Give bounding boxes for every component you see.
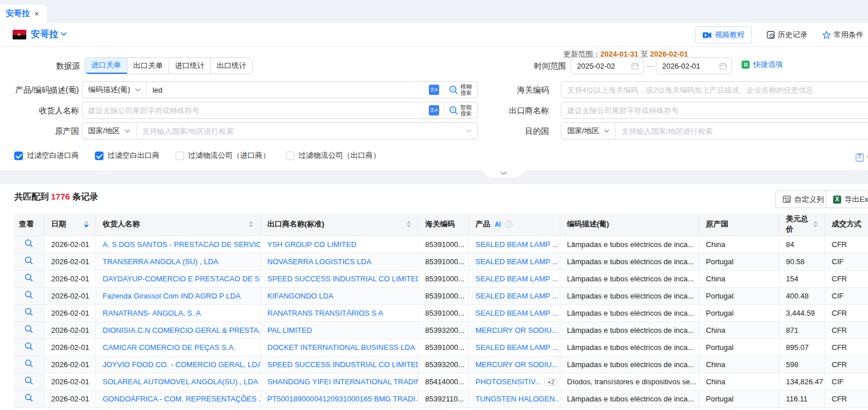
checkbox-icon[interactable] [176, 152, 184, 160]
checkbox-icon[interactable] [286, 152, 294, 160]
hs-code-label: 海关编码 [469, 81, 549, 98]
hs-code-input[interactable] [562, 82, 868, 98]
col-date[interactable]: 日期 [44, 213, 95, 236]
tab-title: 安哥拉 [6, 9, 30, 19]
chevron-down-icon[interactable] [61, 32, 67, 36]
product-link[interactable]: SEALED BEAM LAMP ... [476, 240, 559, 249]
view-search-icon[interactable] [25, 239, 33, 249]
export-excel-button[interactable]: X 导出Excel [826, 190, 868, 208]
country-title[interactable]: 安哥拉 [31, 29, 58, 41]
origin-region-select[interactable]: 国家/地区 [82, 123, 137, 139]
product-link[interactable]: SEALED BEAM LAMP ... [476, 274, 559, 283]
view-search-icon[interactable] [25, 256, 33, 266]
checkbox-filter-blank-importer[interactable]: 过滤空白进口商 [14, 150, 79, 161]
product-search-input[interactable] [147, 82, 429, 98]
description-cell: Lâmpadas e tubos eléctricos de inca... [560, 287, 699, 304]
view-search-icon[interactable] [25, 308, 33, 318]
consignee-link[interactable]: GONDOÁFRICA - COM. REPRESENTAÇÕES ... [103, 395, 261, 403]
info-icon[interactable]: i [505, 221, 512, 228]
product-link[interactable]: SEALED BEAM LAMP ... [476, 309, 559, 317]
translate-icon[interactable]: 文A [429, 85, 439, 95]
date-range-dash: — [647, 57, 654, 74]
incoterm-cell: CFR [825, 390, 868, 407]
consignee-link[interactable]: JOYVIO FOOD CO. - COMERCIO GERAL, LDA [103, 360, 261, 369]
view-search-icon[interactable] [25, 342, 33, 352]
exporter-link[interactable]: SPEED SUCCESS INDUSTRIAL CO LIMITED [268, 360, 419, 369]
product-cell: PHOTOSENSITIV...+2 [468, 373, 560, 390]
save-condition-button[interactable]: 保存条件 [855, 152, 868, 162]
tab-import-statistics[interactable]: 进口统计 [169, 58, 210, 74]
exporter-link[interactable]: SPEED SUCCESS INDUSTRIAL CO LIMITED [268, 274, 419, 283]
close-icon[interactable]: × [34, 9, 39, 18]
exporter-link[interactable]: KIFANGONDO LDA [268, 292, 334, 300]
start-date-input[interactable]: 2025-02-02 [571, 57, 644, 74]
checkbox-icon[interactable] [95, 152, 103, 160]
view-search-icon[interactable] [25, 290, 33, 301]
consignee-input[interactable] [82, 102, 429, 118]
exporter-link[interactable]: SHANDONG YIFEI INTERNATIONAL TRADIN... [268, 377, 419, 386]
exporter-cell: SPEED SUCCESS INDUSTRIAL CO LIMITED [260, 356, 418, 373]
view-search-icon[interactable] [25, 359, 33, 369]
product-link[interactable]: SEALED BEAM LAMP ... [476, 343, 559, 352]
product-link[interactable]: TUNGSTEN HALOGEN... [476, 395, 560, 403]
date-cell: 2026-02-01 [44, 356, 95, 373]
product-link[interactable]: SEALED BEAM LAMP ... [476, 292, 559, 300]
exporter-link[interactable]: RANATRANS TRANSITÁRIOS S A [268, 309, 384, 317]
tab-export-declarations[interactable]: 出口关单 [127, 58, 169, 74]
consignee-link[interactable]: A. S DOS SANTOS - PRESTACAO DE SERVIC... [103, 240, 261, 249]
table-row: 2026-02-01 GONDOÁFRICA - COM. REPRESENTA… [14, 390, 868, 407]
checkbox-filter-logistics-exporter[interactable]: 过滤物流公司（出口商） [286, 150, 380, 161]
ai-badge: AI [493, 221, 503, 228]
exporter-link[interactable]: NOVASERRA LOGISTICS LDA [268, 257, 372, 266]
description-cell: Lâmpadas e tubos eléctricos de inca... [560, 356, 699, 373]
view-search-icon[interactable] [25, 273, 33, 284]
customize-columns-button[interactable]: 自定义列 [775, 190, 831, 208]
checkbox-icon[interactable] [14, 152, 23, 160]
consignee-link[interactable]: DIONISIA.C.N COMERCIO GERAL & PRESTA... [103, 326, 261, 335]
col-total-usd[interactable]: 美元总价 [779, 213, 825, 236]
product-link[interactable]: MERCURY OR SODIU... [476, 326, 558, 335]
datasource-label: 数据源 [0, 57, 80, 74]
tab-export-statistics[interactable]: 出口统计 [210, 58, 252, 74]
quick-options-button[interactable]: ⊞ 快捷选项 [742, 59, 783, 70]
exporter-link[interactable]: PT50018900004120931000165 BMG TRADI... [268, 395, 419, 403]
translate-icon[interactable]: 文A [429, 105, 439, 116]
video-tutorial-button[interactable]: 视频教程 [695, 26, 752, 43]
consignee-link[interactable]: RANATRANS- ANGOLA, S. A [103, 309, 201, 317]
more-products-badge[interactable]: +2 [544, 378, 558, 386]
tab-angola[interactable]: 安哥拉 × [0, 5, 47, 23]
consignee-link[interactable]: Fazenda Girassol Com IND AGRO P LDA [103, 292, 241, 300]
table-row: 2026-02-01 TRANSERRA ANGOLA (SU) , LDA N… [14, 253, 868, 270]
destination-region-select[interactable]: 国家/地区 [562, 123, 616, 139]
tab-import-declarations[interactable]: 进口关单 [85, 58, 127, 74]
view-search-icon[interactable] [25, 393, 33, 404]
origin-country-input[interactable] [137, 123, 464, 139]
total-usd-cell: 895.07 [779, 339, 825, 356]
view-search-icon[interactable] [25, 325, 33, 335]
page-header: ✶ 安哥拉 视频教程 历史记录 常用条件 [0, 23, 868, 47]
destination-input[interactable] [616, 123, 868, 139]
checkbox-filter-logistics-importer[interactable]: 过滤物流公司（进口商） [176, 150, 270, 161]
consignee-link[interactable]: TRANSERRA ANGOLA (SU) , LDA [103, 257, 218, 266]
history-button[interactable]: 历史记录 [767, 30, 807, 40]
product-link[interactable]: MERCURY OR SODIU... [476, 360, 558, 369]
date-cell: 2026-02-01 [44, 339, 95, 356]
consignee-link[interactable]: CAMICAR COMERCIO DE PEÇAS S.A. [103, 343, 236, 352]
col-consignee[interactable]: 收货人名称 [95, 213, 260, 236]
col-incoterm: 成交方式 [825, 213, 868, 236]
consignee-link[interactable]: DAYDAYUP-COMERCIO E PRESTACAO DE S... [103, 274, 261, 283]
col-exporter[interactable]: 出口商名称(标准) [260, 213, 418, 236]
checkbox-filter-blank-exporter[interactable]: 过滤空白出口商 [95, 150, 160, 161]
product-link[interactable]: SEALED BEAM LAMP ... [476, 257, 559, 266]
exporter-input[interactable] [562, 102, 868, 118]
exporter-link[interactable]: YSH GROUP CO LIMITED [268, 240, 357, 249]
view-search-icon[interactable] [25, 376, 33, 387]
exporter-link[interactable]: PAL LIMITED [268, 326, 312, 335]
consignee-link[interactable]: SOLAREAL AUTOMOVEL ANGOLA(SU)., LDA [103, 377, 258, 386]
end-date-input[interactable]: 2026-02-01 [656, 57, 732, 74]
exporter-input-group [561, 102, 868, 119]
product-field-select[interactable]: 编码描述(葡) [82, 82, 147, 98]
product-link[interactable]: PHOTOSENSITIV... [476, 377, 541, 386]
exporter-link[interactable]: DOCKET INTERNATIONAL BUSINESS LDA [268, 343, 415, 352]
favorites-button[interactable]: 常用条件 [822, 30, 863, 40]
